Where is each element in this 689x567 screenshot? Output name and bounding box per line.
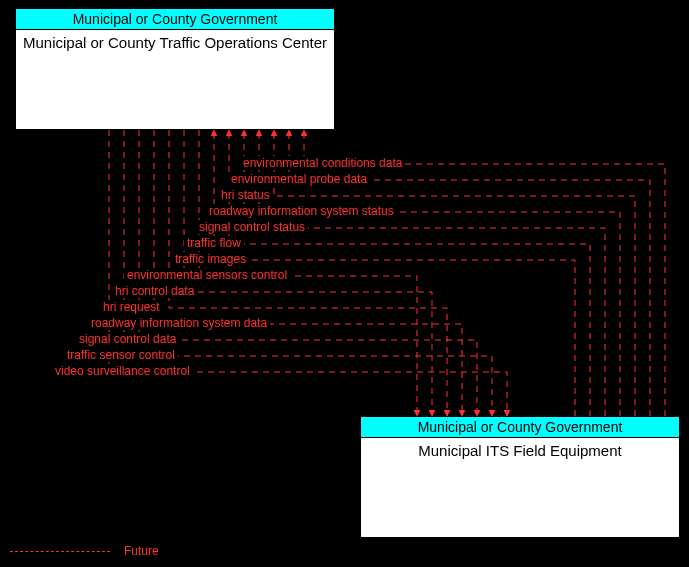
flow-label: traffic sensor control [64,348,178,362]
entity-box-its-field-equipment: Municipal or County Government Municipal… [360,416,680,538]
flow-label: hri status [218,188,273,202]
flow-label: environmental sensors control [124,268,290,282]
flow-label: roadway information system data [88,316,270,330]
flow-label: video surveillance control [52,364,193,378]
diagram-container: environmental conditions data environmen… [0,0,689,567]
flow-label: roadway information system status [206,204,397,218]
flow-label: environmental conditions data [240,156,405,170]
legend-label: Future [124,544,159,558]
flow-label: traffic images [172,252,249,266]
entity-owner: Municipal or County Government [16,9,334,30]
entity-title: Municipal ITS Field Equipment [361,438,679,464]
entity-box-traffic-ops-center: Municipal or County Government Municipal… [15,8,335,130]
flow-label: hri request [100,300,163,314]
legend: Future [10,544,159,558]
entity-owner: Municipal or County Government [361,417,679,438]
flow-label: environmental probe data [228,172,370,186]
entity-title: Municipal or County Traffic Operations C… [16,30,334,56]
flow-label: signal control status [196,220,308,234]
legend-line-icon [10,551,110,552]
flow-label: signal control data [76,332,179,346]
flow-label: traffic flow [184,236,244,250]
flow-label: hri control data [112,284,197,298]
